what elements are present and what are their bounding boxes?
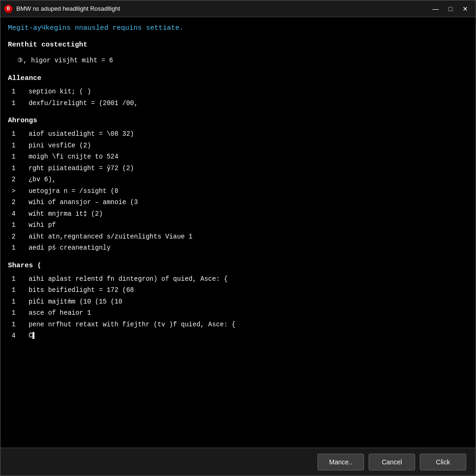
list-item: 4 Ċ▌ (12, 330, 468, 342)
list-item: 1 seption kit; ( ) (12, 86, 468, 98)
line-text: seption kit; ( ) (28, 88, 91, 95)
line-num: 1 (12, 242, 25, 254)
line-text: dexfu/lirelight = (2001 /00, (28, 99, 138, 107)
cancel-button[interactable]: Cancel (369, 454, 415, 470)
line-num: 4 (12, 330, 25, 342)
minimize-button[interactable]: — (429, 4, 442, 14)
maximize-button[interactable]: □ (444, 4, 457, 14)
list-item: 2 wihi of anansjor – amnoie (3 (12, 197, 468, 208)
footer: Mance.. Cancel Click (0, 448, 476, 476)
line-text: aiof usiatedlight = \08 32) (28, 130, 134, 138)
line-text: Ċ▌ (28, 332, 36, 339)
click-button[interactable]: Click (420, 454, 466, 470)
line-num: 1 (12, 296, 25, 308)
line-num: 1 (12, 86, 25, 98)
list-item: 1 asce of heaior 1 (12, 307, 468, 319)
line-num: 1 (12, 140, 25, 152)
list-item: 1 pini vesfiCe (2) (12, 140, 468, 152)
section3-lines: 1 aihi aplast relentd fn dintegron) of q… (8, 273, 468, 342)
section2-lines: 1 aiof usiatedlight = \08 32) 1 pini ves… (8, 128, 468, 254)
list-item: 1 aiof usiatedlight = \08 32) (12, 128, 468, 140)
line-num: 1 (12, 307, 25, 319)
line-num: 2 (12, 174, 25, 185)
section2-header: Ahrongs (8, 115, 468, 126)
list-item: 4 wiht mnjrma it‡ (2) (12, 208, 468, 220)
close-button[interactable]: ✕ (459, 4, 472, 14)
line-text: aihi aplast relentd fn dintegron) of qui… (28, 275, 227, 283)
line-text: piĊi majitṁm (10 (15 (10 (28, 298, 122, 305)
header-line: Megit-ayЧkegins nnausled requins settiat… (8, 23, 468, 34)
line-text: wihi pf (28, 221, 56, 229)
content-area: Megit-ayЧkegins nnausled requins settiat… (0, 17, 476, 448)
list-item: 1 rght piiateadight = ȳ72 (2) (12, 163, 468, 174)
list-item: 1 aihi aplast relentd fn dintegron) of q… (12, 273, 468, 285)
line-num: 1 (12, 151, 25, 163)
line-num: 1 (12, 319, 25, 331)
line3: ③, higor visjht miht = 6 (17, 55, 468, 66)
line-text: uetogjra n = /ssight (8 (28, 187, 118, 195)
app-icon: B (4, 5, 13, 13)
line-text: wihi of anansjor – amnoie (3 (28, 198, 138, 206)
line-text: rght piiateadight = ȳ72 (2) (28, 165, 134, 172)
line-num: 2 (12, 231, 25, 243)
line-text: aiht atn,regntanced s/zuitenlights Viaue… (28, 233, 192, 240)
line-text: asce of heaior 1 (28, 309, 91, 317)
list-item: 1 piĊi majitṁm (10 (15 (10 (12, 296, 468, 308)
section3-header: Shares ( (8, 260, 468, 271)
list-item: 2 aiht atn,regntanced s/zuitenlights Via… (12, 231, 468, 243)
line-num: 1 (12, 128, 25, 140)
window-title: BMW ns aduped headllight Rosadllight (16, 5, 429, 12)
line2: Renthit costectight (8, 40, 468, 51)
line-num: 4 (12, 208, 25, 220)
line-num: 1 (12, 219, 25, 231)
section1-lines: 1 seption kit; ( ) 1 dexfu/lirelight = (… (8, 86, 468, 109)
line-text: aedi pś creaneatignly (28, 244, 110, 251)
window-controls: — □ ✕ (429, 4, 472, 14)
list-item: 1 dexfu/lirelight = (2001 /00, (12, 98, 468, 109)
line-num: 1 (12, 98, 25, 109)
line-num: 2 (12, 197, 25, 208)
line-text: ¿bv 6), (28, 176, 56, 183)
list-item: 1 pene nrfhut retaxt with fiejthr (tv )f… (12, 319, 468, 331)
list-item: 1 aedi pś creaneatignly (12, 242, 468, 254)
list-item: 2 ¿bv 6), (12, 174, 468, 185)
line-num: 1 (12, 273, 25, 285)
line-num: 1 (12, 163, 25, 174)
line-text: wiht mnjrma it‡ (2) (28, 210, 103, 218)
list-item: 1 moigh \fi cnijte to 524 (12, 151, 468, 163)
list-item: 1 wihi pf (12, 219, 468, 231)
line-num: > (12, 185, 25, 197)
section1-header: Alleance (8, 73, 468, 84)
main-window: B BMW ns aduped headllight Rosadllight —… (0, 0, 476, 476)
mance-button[interactable]: Mance.. (317, 454, 364, 470)
line-num: 1 (12, 284, 25, 296)
line-text: pene nrfhut retaxt with fiejthr (tv )f q… (28, 321, 235, 328)
line-text: moigh \fi cnijte to 524 (28, 153, 118, 160)
app-icon-label: B (7, 6, 10, 11)
list-item: > uetogjra n = /ssight (8 (12, 185, 468, 197)
list-item: 1 bits beifiedlight = 172 (68 (12, 284, 468, 296)
line-text: pini vesfiCe (2) (28, 142, 91, 149)
title-bar: B BMW ns aduped headllight Rosadllight —… (0, 0, 476, 17)
line-text: bits beifiedlight = 172 (68 (28, 286, 134, 294)
